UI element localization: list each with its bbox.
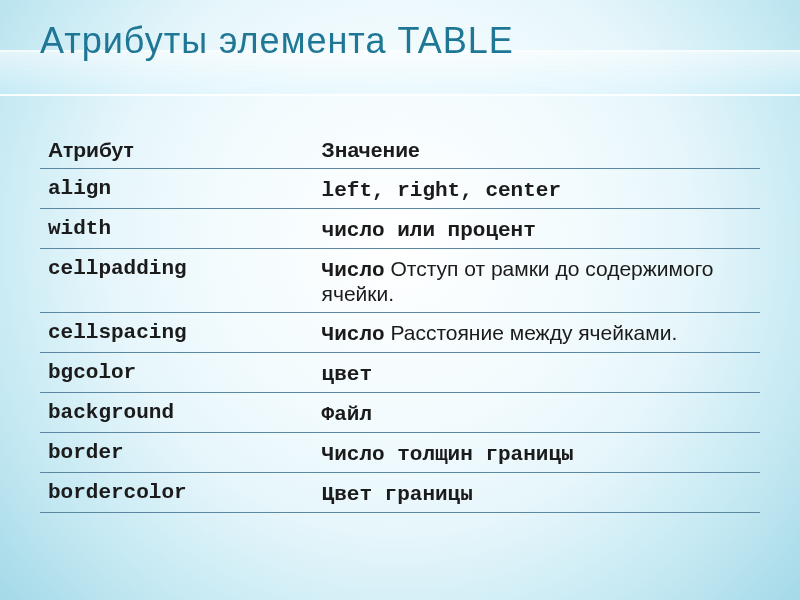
- table-row: width число или процент: [40, 209, 760, 249]
- table-row: align left, right, center: [40, 169, 760, 209]
- slide-title: Атрибуты элемента TABLE: [40, 20, 514, 62]
- table-row: border Число толщин границы: [40, 433, 760, 473]
- attr-name: bgcolor: [40, 353, 314, 393]
- value-mono: Число: [322, 323, 385, 346]
- value-mono: Файл: [322, 403, 372, 426]
- attr-value: Число Расстояние между ячейками.: [314, 313, 760, 353]
- value-desc: Расстояние между ячейками.: [385, 321, 678, 344]
- value-mono: число или процент: [322, 219, 536, 242]
- column-attribute: Атрибут: [40, 130, 314, 169]
- table-row: bgcolor цвет: [40, 353, 760, 393]
- attr-value: Цвет границы: [314, 473, 760, 513]
- attr-value: Файл: [314, 393, 760, 433]
- attr-name: width: [40, 209, 314, 249]
- attr-name: border: [40, 433, 314, 473]
- value-mono: Цвет границы: [322, 483, 473, 506]
- value-mono: Число толщин границы: [322, 443, 574, 466]
- table-row: cellpadding Число Отступ от рамки до сод…: [40, 249, 760, 313]
- attr-value: число или процент: [314, 209, 760, 249]
- content-area: Атрибут Значение align left, right, cent…: [40, 130, 760, 513]
- attr-value: Число толщин границы: [314, 433, 760, 473]
- table-row: background Файл: [40, 393, 760, 433]
- table-header-row: Атрибут Значение: [40, 130, 760, 169]
- attr-name: align: [40, 169, 314, 209]
- column-value: Значение: [314, 130, 760, 169]
- attr-name: background: [40, 393, 314, 433]
- table-row: bordercolor Цвет границы: [40, 473, 760, 513]
- attr-name: cellspacing: [40, 313, 314, 353]
- attr-value: цвет: [314, 353, 760, 393]
- table-row: cellspacing Число Расстояние между ячейк…: [40, 313, 760, 353]
- value-mono: Число: [322, 259, 385, 282]
- slide: Атрибуты элемента TABLE Атрибут Значение…: [0, 0, 800, 600]
- value-mono: цвет: [322, 363, 372, 386]
- attr-value: Число Отступ от рамки до содержимого яче…: [314, 249, 760, 313]
- attr-value: left, right, center: [314, 169, 760, 209]
- attributes-table: Атрибут Значение align left, right, cent…: [40, 130, 760, 513]
- value-mono: left, right, center: [322, 179, 561, 202]
- attr-name: bordercolor: [40, 473, 314, 513]
- attr-name: cellpadding: [40, 249, 314, 313]
